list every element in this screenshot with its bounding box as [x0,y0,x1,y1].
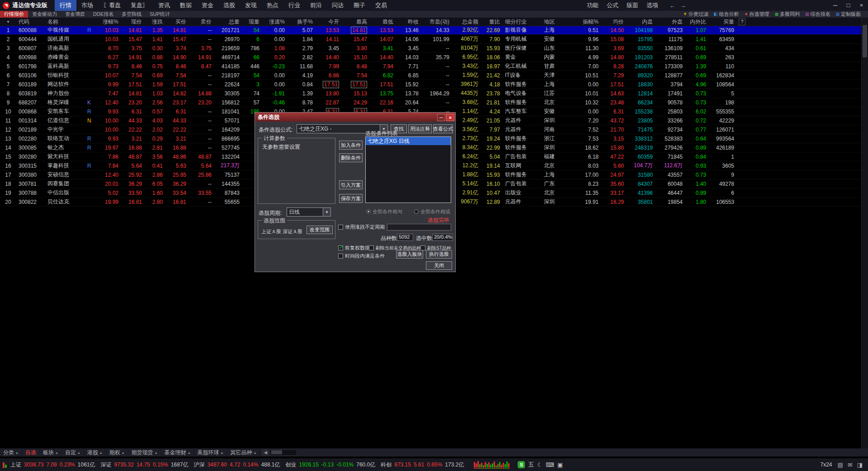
right-menu-版面[interactable]: 版面 [623,0,642,11]
updown-checkbox-icon[interactable] [338,225,343,230]
tab-up-arrow-icon[interactable]: ▲ [55,451,58,454]
checkbox-updown-period[interactable]: 使用涨跌不定周期 [338,224,385,231]
header-io-ratio[interactable]: 内外比 [685,18,709,26]
header-ask[interactable]: 卖价 [189,18,214,26]
tool-tab-DDE排名[interactable]: DDE排名 [89,11,118,18]
tool-tab-资金驱动力[interactable]: 资金驱动力 [28,11,61,18]
tab-up-arrow-icon[interactable]: ▲ [188,451,191,454]
index-沪深[interactable]: 沪深3487.604.720.14%488.1亿 [194,461,280,469]
checkbox-forward-adjust[interactable]: 前复权数据 [338,245,370,251]
right-menu-公式[interactable]: 公式 [603,0,623,11]
back-icon[interactable]: ← [667,2,678,9]
horizontal-scrollbar[interactable] [270,449,297,456]
index-上证[interactable]: 上证3038.737.090.23%1061亿 [10,461,95,469]
minimize-button[interactable]: ─ [829,0,842,11]
header-outer-vol[interactable]: 外盘 [656,18,685,26]
save-plan-button[interactable]: 保存方案 [339,194,363,203]
tool-tab-SUP统计[interactable]: SUP统计 [146,11,174,18]
right-menu-功能[interactable]: 功能 [583,0,603,11]
right-menu-选项[interactable]: 选项 [642,0,662,11]
period-arrow-icon[interactable]: ▼ [323,208,330,216]
tab-up-arrow-icon[interactable]: ▲ [221,451,224,454]
tool-link-多股同列[interactable]: ▦多股同列 [772,11,802,18]
bottom-tab-自定[interactable]: 自定▲ [62,448,84,457]
delete-condition-button[interactable]: 删除条件 [339,153,363,162]
view-formula-button[interactable]: 查看公式 [433,124,453,133]
scrollbar-thumb[interactable] [863,25,867,57]
add-condition-button[interactable]: 加入条件 [339,141,363,150]
header-cur-vol[interactable]: 现量 [242,18,262,26]
table-row-1[interactable]: 1600088中视传媒R10.0314.811.3514.81--2017215… [0,26,862,35]
radio-and-icon[interactable] [366,209,371,214]
filter-icon[interactable]: ▼ [6,20,10,24]
header-pe[interactable]: 市盈(动) [421,18,452,26]
fq-checkbox-icon[interactable] [338,245,343,250]
table-row-3[interactable]: 3600807济南高新8.703.750.303.743.75219659786… [0,44,862,53]
tab-up-arrow-icon[interactable]: ▲ [122,451,125,454]
header-marker[interactable] [85,18,95,26]
menu-复盘〗[interactable]: 复盘〗 [126,0,153,11]
bottom-tab-期权[interactable]: 期权▲ [106,448,128,457]
menu-数据[interactable]: 数据 [175,0,197,11]
header-low[interactable]: 最低 [370,18,396,26]
split-view-icon[interactable]: ◨ [857,462,863,468]
header-high[interactable]: 最高 [342,18,370,26]
header-open[interactable]: 今开 [316,18,342,26]
board-icon[interactable]: ▤ [838,462,843,468]
header-amount[interactable]: 总金额 [452,18,481,26]
maximize-button[interactable]: □ [842,0,855,11]
sogou-input-icon[interactable]: S [518,461,525,468]
timerange-checkbox-icon[interactable] [338,254,343,259]
tab-up-arrow-icon[interactable]: ▲ [77,451,80,454]
tool-tab-行情报价[interactable]: 行情报价 [0,11,28,18]
dialog-minimize-icon[interactable]: ─ [437,114,445,121]
table-row-2[interactable]: 2600444国机通用10.0315.471.4115.47--2697060.… [0,35,862,44]
header-volume[interactable]: 总量 [214,18,242,26]
menu-问达[interactable]: 问达 [327,0,349,11]
menu-发现[interactable]: 发现 [240,0,262,11]
index-深证[interactable]: 深证9735.3214.750.15%1687亿 [100,461,188,469]
bottom-tab-板块[interactable]: 板块▲ [40,448,62,457]
radio-all-or[interactable]: 全部条件相或 [414,208,450,215]
change-range-button[interactable]: 改变范围 [307,226,333,234]
header-name[interactable]: 名称 [45,18,85,26]
table-row-7[interactable]: 7603189网达软件9.9917.511.5917.51--2262430.0… [0,80,862,89]
header-help-icon[interactable]: ? [739,19,745,25]
forward-icon[interactable]: → [678,2,689,9]
bottom-tab-分类[interactable]: 分类▲ [0,448,22,457]
vertical-scrollbar[interactable] [861,18,868,448]
updown-period-field[interactable] [387,224,451,231]
menu-市场[interactable]: 市场 [76,0,98,11]
header-prev-close[interactable]: 昨收 [396,18,421,26]
radio-all-and[interactable]: 全部条件相与 [366,208,402,215]
tab-up-arrow-icon[interactable]: ▲ [15,451,19,454]
bottom-tab-美股环球[interactable]: 美股环球▲ [194,448,227,457]
execute-pick-button[interactable]: 执行选股 [426,250,452,259]
header-bid[interactable]: 买价 [165,18,189,26]
tool-link-自选管理[interactable]: ★自选管理 [741,11,772,18]
header-avg-price[interactable]: 均价 [601,18,627,26]
header-pct-chg[interactable]: 涨幅% [95,18,121,26]
tab-up-arrow-icon[interactable]: ▲ [99,451,103,454]
tool-link-定制版面[interactable]: ▧定制版面 [833,11,863,18]
menu-〖看盘[interactable]: 〖看盘 [98,0,126,11]
header-price[interactable]: 现价 [121,18,145,26]
header-amplitude[interactable]: 振幅% [561,18,601,26]
wubi-indicator[interactable]: 五 [528,461,534,469]
table-row-4[interactable]: 4600988赤峰黄金6.2714.910.8814.9014.91469714… [0,53,862,62]
close-button[interactable]: × [855,0,868,11]
header-chg[interactable]: 涨跌 [145,18,165,26]
tab-up-arrow-icon[interactable]: ▲ [155,451,158,454]
header-num[interactable]: ▼ [0,18,16,26]
condition-list-item[interactable]: 七绝之庄XG 日线 [366,137,451,145]
dialog-titlebar[interactable]: 条件选股 ─ × [255,113,455,122]
menu-资讯[interactable]: 资讯 [153,0,175,11]
header-bid-vol[interactable]: 买量 [709,18,737,26]
bottom-tab-其它品种[interactable]: 其它品种▲ [227,448,260,457]
tool-tab-多空阵线[interactable]: 多空阵线 [118,11,146,18]
header-region[interactable]: 地区 [542,18,561,26]
menu-行业[interactable]: 行业 [283,0,305,11]
bottom-tab-基金理财[interactable]: 基金理财▲ [161,448,194,457]
menu-选股[interactable]: 选股 [218,0,240,11]
checkbox-timerange[interactable]: 时间段内满足条件 [338,253,385,259]
